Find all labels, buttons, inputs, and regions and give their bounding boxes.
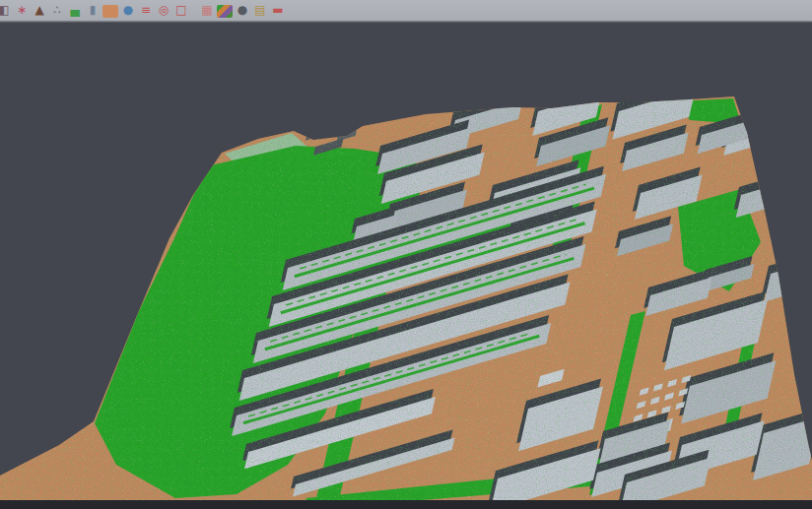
cross-section-icon[interactable]: ≡ (138, 3, 154, 18)
classify-star-icon[interactable]: ∗ (14, 3, 30, 18)
flatten-icon[interactable]: ▬ (270, 3, 286, 18)
point-cloud-icon[interactable]: ∴ (49, 3, 65, 18)
terrain-mountain-icon[interactable]: ▲ (32, 3, 47, 18)
sphere-icon[interactable]: ● (235, 3, 250, 18)
window-bottom-edge (0, 500, 812, 509)
pointcloud-scene (0, 22, 812, 509)
class-palette-icon[interactable] (217, 5, 233, 18)
ortho-image-icon[interactable] (102, 5, 118, 18)
profile-panel-icon[interactable]: ▮ (85, 3, 101, 18)
target-circle-icon[interactable]: ◎ (156, 3, 171, 18)
viewport-3d-pointcloud[interactable] (0, 22, 812, 509)
tin-surface-icon[interactable]: ▄ (67, 3, 83, 18)
selection-bounds-icon[interactable]: □ (173, 3, 189, 18)
grid-cells-icon[interactable]: ▦ (199, 3, 215, 18)
package-icon[interactable]: ▤ (252, 3, 268, 18)
globe-icon[interactable]: ● (120, 3, 136, 18)
toolbar: ◧∗▲∴▄▮●≡◎□▦●▤▬ (0, 0, 812, 22)
split-view-icon[interactable]: ◧ (0, 3, 12, 18)
application-window: ◧∗▲∴▄▮●≡◎□▦●▤▬ (0, 0, 812, 509)
